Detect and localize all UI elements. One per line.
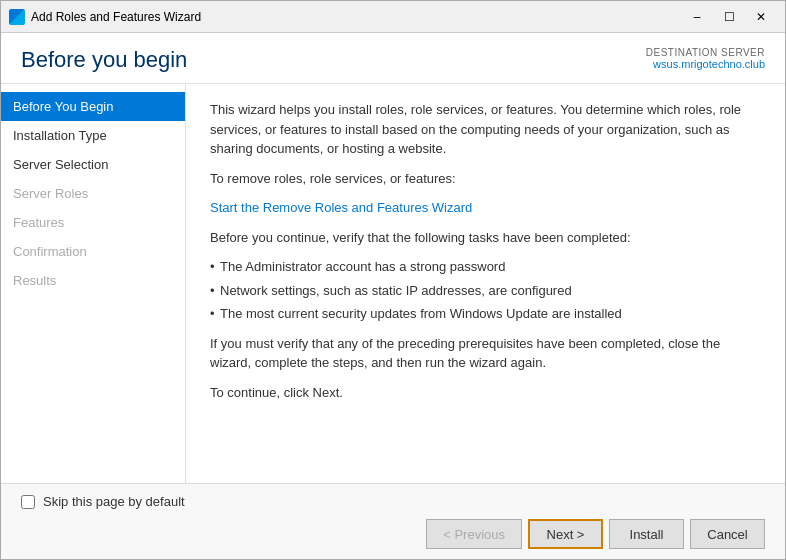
prerequisite-item-2: Network settings, such as static IP addr…: [210, 281, 761, 301]
skip-page-checkbox[interactable]: [21, 495, 35, 509]
window-title: Add Roles and Features Wizard: [31, 10, 681, 24]
continue-paragraph: To continue, click Next.: [210, 383, 761, 403]
sidebar-item-features: Features: [1, 208, 185, 237]
rerun-paragraph: If you must verify that any of the prece…: [210, 334, 761, 373]
destination-server-info: DESTINATION SERVER wsus.mrigotechno.club: [646, 47, 765, 70]
prerequisite-item-1: The Administrator account has a strong p…: [210, 257, 761, 277]
main-content: This wizard helps you install roles, rol…: [186, 84, 785, 483]
verify-label: Before you continue, verify that the fol…: [210, 228, 761, 248]
sidebar-item-server-selection[interactable]: Server Selection: [1, 150, 185, 179]
wizard-window: Add Roles and Features Wizard – ☐ ✕ Befo…: [0, 0, 786, 560]
previous-button[interactable]: < Previous: [426, 519, 522, 549]
intro-paragraph: This wizard helps you install roles, rol…: [210, 100, 761, 159]
cancel-button[interactable]: Cancel: [690, 519, 765, 549]
prerequisites-list: The Administrator account has a strong p…: [210, 257, 761, 324]
page-header: Before you begin DESTINATION SERVER wsus…: [1, 33, 785, 84]
remove-label: To remove roles, role services, or featu…: [210, 169, 761, 189]
install-button[interactable]: Install: [609, 519, 684, 549]
skip-page-text: Skip this page by default: [43, 494, 185, 509]
sidebar-item-installation-type[interactable]: Installation Type: [1, 121, 185, 150]
page-title: Before you begin: [21, 47, 187, 73]
sidebar-item-before-you-begin[interactable]: Before You Begin: [1, 92, 185, 121]
remove-link[interactable]: Start the Remove Roles and Features Wiza…: [210, 200, 472, 215]
sidebar: Before You Begin Installation Type Serve…: [1, 84, 186, 483]
body: Before You Begin Installation Type Serve…: [1, 84, 785, 483]
window-icon: [9, 9, 25, 25]
destination-server-label: DESTINATION SERVER: [646, 47, 765, 58]
skip-page-label[interactable]: Skip this page by default: [21, 494, 185, 509]
footer-checkbox-row: Skip this page by default: [21, 494, 765, 509]
destination-server-name: wsus.mrigotechno.club: [646, 58, 765, 70]
sidebar-item-confirmation: Confirmation: [1, 237, 185, 266]
footer-buttons: < Previous Next > Install Cancel: [21, 519, 765, 549]
titlebar: Add Roles and Features Wizard – ☐ ✕: [1, 1, 785, 33]
sidebar-item-server-roles: Server Roles: [1, 179, 185, 208]
maximize-button[interactable]: ☐: [713, 3, 745, 31]
minimize-button[interactable]: –: [681, 3, 713, 31]
footer: Skip this page by default < Previous Nex…: [1, 483, 785, 559]
next-button[interactable]: Next >: [528, 519, 603, 549]
sidebar-item-results: Results: [1, 266, 185, 295]
prerequisite-item-3: The most current security updates from W…: [210, 304, 761, 324]
window-controls: – ☐ ✕: [681, 3, 777, 31]
close-button[interactable]: ✕: [745, 3, 777, 31]
